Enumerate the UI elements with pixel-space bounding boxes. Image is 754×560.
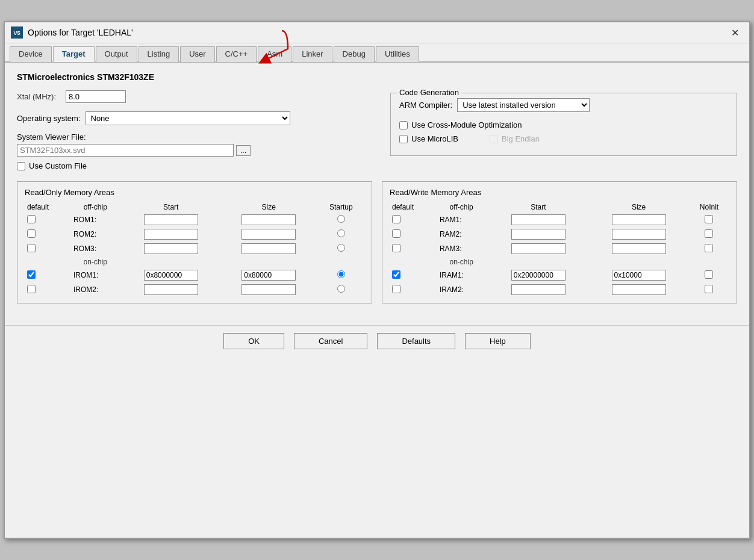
close-button[interactable]: ✕ bbox=[726, 26, 743, 39]
rom2-size[interactable] bbox=[241, 229, 296, 240]
table-row: ROM2: bbox=[25, 227, 364, 241]
irom1-start[interactable] bbox=[144, 270, 198, 281]
irom1-size[interactable] bbox=[241, 270, 296, 281]
iram2-default-cb[interactable] bbox=[392, 285, 400, 293]
code-gen-title: Code Generation bbox=[397, 88, 461, 97]
tab-output[interactable]: Output bbox=[96, 46, 137, 62]
irom1-default-cb[interactable] bbox=[27, 270, 36, 279]
iram1-default-cb[interactable] bbox=[392, 270, 400, 279]
tab-utilities[interactable]: Utilities bbox=[376, 46, 419, 62]
svf-browse-button[interactable]: ... bbox=[236, 145, 251, 156]
rom3-startup[interactable] bbox=[337, 244, 345, 252]
panels-row: Read/Only Memory Areas default off-chip … bbox=[17, 181, 737, 303]
table-row: ROM3: bbox=[25, 241, 364, 256]
iram2-start[interactable] bbox=[511, 284, 566, 295]
os-row: Operating system: None RTX Kernel uC/OS-… bbox=[17, 111, 378, 125]
xtal-label: Xtal (MHz): bbox=[17, 92, 56, 101]
iram1-start[interactable] bbox=[511, 270, 566, 281]
rom3-default-cb[interactable] bbox=[27, 244, 36, 252]
rom1-startup[interactable] bbox=[337, 215, 345, 223]
rom3-start[interactable] bbox=[144, 243, 198, 254]
os-select[interactable]: None RTX Kernel uC/OS-II uC/OS-III bbox=[86, 111, 290, 125]
rom1-start[interactable] bbox=[144, 214, 198, 225]
rom-col-start: Start bbox=[122, 202, 220, 213]
rom3-size[interactable] bbox=[241, 243, 296, 254]
app-icon: V5 bbox=[11, 26, 23, 39]
rom-col-default: default bbox=[25, 202, 69, 213]
svf-row: System Viewer File: ... bbox=[17, 132, 378, 157]
ram2-size[interactable] bbox=[612, 229, 666, 240]
cancel-button[interactable]: Cancel bbox=[294, 333, 367, 349]
rom-panel: Read/Only Memory Areas default off-chip … bbox=[17, 181, 372, 303]
tab-target[interactable]: Target bbox=[53, 46, 95, 62]
arm-compiler-row: ARM Compiler: Use latest installed versi… bbox=[399, 98, 728, 112]
rom2-start[interactable] bbox=[144, 229, 198, 240]
use-custom-file-label: Use Custom File bbox=[29, 161, 87, 170]
tab-asm[interactable]: Asm bbox=[258, 46, 291, 62]
irom2-default-cb[interactable] bbox=[27, 285, 36, 293]
tab-listing[interactable]: Listing bbox=[139, 46, 179, 62]
cross-module-label: Use Cross-Module Optimization bbox=[411, 120, 522, 129]
ram2-noinit[interactable] bbox=[705, 229, 713, 238]
ram-col-default: default bbox=[390, 202, 435, 213]
rom2-default-cb[interactable] bbox=[27, 229, 36, 238]
tab-linker[interactable]: Linker bbox=[293, 46, 332, 62]
ok-button[interactable]: OK bbox=[223, 333, 284, 349]
microlib-checkbox[interactable] bbox=[399, 135, 408, 143]
svf-input-row: ... bbox=[17, 144, 378, 157]
top-left-panel: Xtal (MHz): Operating system: None RTX K… bbox=[17, 90, 378, 175]
tab-cpp[interactable]: C/C++ bbox=[216, 46, 257, 62]
defaults-button[interactable]: Defaults bbox=[377, 333, 455, 349]
ram3-start[interactable] bbox=[511, 243, 566, 254]
codegen-checkboxes: Use Cross-Module Optimization Use MicroL… bbox=[399, 120, 728, 143]
tab-device[interactable]: Device bbox=[10, 46, 52, 62]
rom-col-offchip: off-chip bbox=[69, 202, 122, 213]
ram2-default-cb[interactable] bbox=[392, 229, 400, 238]
irom2-size[interactable] bbox=[241, 284, 296, 295]
svf-input[interactable] bbox=[17, 144, 234, 157]
ram3-default-cb[interactable] bbox=[392, 244, 400, 252]
table-row: on-chip bbox=[25, 256, 364, 268]
ram2-start[interactable] bbox=[511, 229, 566, 240]
table-row: ROM1: bbox=[25, 213, 364, 227]
ram1-default-cb[interactable] bbox=[392, 215, 400, 223]
tab-debug[interactable]: Debug bbox=[334, 46, 375, 62]
content-area: STMicroelectronics STM32F103ZE Xtal (MHz… bbox=[5, 63, 749, 313]
ram3-size[interactable] bbox=[612, 243, 666, 254]
iram1-size[interactable] bbox=[612, 270, 666, 281]
rom-col-startup: Startup bbox=[318, 202, 365, 213]
tab-user[interactable]: User bbox=[180, 46, 214, 62]
cross-module-row: Use Cross-Module Optimization bbox=[399, 120, 728, 129]
ram-panel-title: Read/Write Memory Areas bbox=[390, 188, 729, 197]
irom1-startup[interactable] bbox=[337, 270, 345, 278]
ram1-size[interactable] bbox=[612, 214, 666, 225]
ram1-noinit[interactable] bbox=[705, 215, 713, 223]
cross-module-checkbox[interactable] bbox=[399, 121, 408, 129]
use-custom-file-checkbox[interactable] bbox=[17, 162, 25, 170]
rom-table: default off-chip Start Size Startup ROM1… bbox=[25, 202, 364, 297]
ram3-noinit[interactable] bbox=[705, 244, 713, 252]
table-row: RAM1: bbox=[390, 213, 729, 227]
rom1-default-cb[interactable] bbox=[27, 215, 36, 223]
ram-col-size: Size bbox=[588, 202, 689, 213]
big-endian-checkbox[interactable] bbox=[490, 135, 498, 143]
iram1-noinit[interactable] bbox=[705, 270, 713, 279]
irom2-start[interactable] bbox=[144, 284, 198, 295]
help-button[interactable]: Help bbox=[465, 333, 531, 349]
iram2-size[interactable] bbox=[612, 284, 666, 295]
rom2-startup[interactable] bbox=[337, 229, 345, 237]
ram-col-start: Start bbox=[488, 202, 588, 213]
rom1-size[interactable] bbox=[241, 214, 296, 225]
ram1-start[interactable] bbox=[511, 214, 566, 225]
window-title: Options for Target 'LEDHAL' bbox=[28, 28, 133, 37]
code-gen-group: Code Generation ARM Compiler: Use latest… bbox=[390, 93, 737, 156]
microlib-row: Use MicroLIB Big Endian bbox=[399, 134, 728, 143]
ram-col-noinit: NoInit bbox=[689, 202, 729, 213]
xtal-input[interactable] bbox=[66, 90, 126, 103]
rom-col-size: Size bbox=[220, 202, 318, 213]
arm-compiler-select[interactable]: Use latest installed version ARM Compile… bbox=[457, 98, 590, 112]
iram2-noinit[interactable] bbox=[705, 285, 713, 293]
irom2-startup[interactable] bbox=[337, 285, 345, 293]
top-section: Xtal (MHz): Operating system: None RTX K… bbox=[17, 90, 737, 175]
ram-col-offchip: off-chip bbox=[435, 202, 488, 213]
